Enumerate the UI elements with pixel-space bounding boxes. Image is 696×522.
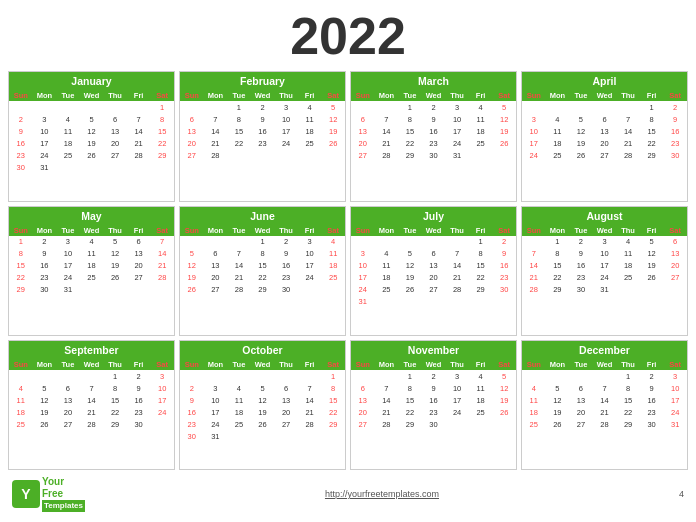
days-grid: 0000012345678910111213141516171819202122… (351, 236, 516, 308)
day-cell: 20 (56, 406, 80, 418)
day-cell: 25 (469, 406, 493, 418)
day-cell: 21 (204, 137, 228, 149)
day-header-sun: Sun (522, 359, 546, 370)
day-cell: 4 (80, 236, 104, 248)
day-cell: 7 (616, 113, 640, 125)
day-cell: 25 (80, 272, 104, 284)
day-cell: 26 (492, 406, 516, 418)
day-cell: 14 (375, 394, 399, 406)
month-title-february: February (180, 72, 345, 90)
day-cell: 11 (522, 394, 546, 406)
logo-your: Your (42, 476, 85, 488)
day-cell: 15 (640, 125, 664, 137)
day-cell: 13 (274, 394, 298, 406)
day-cell: 21 (445, 272, 469, 284)
day-header-tue: Tue (56, 359, 80, 370)
day-cell: 30 (422, 418, 446, 430)
day-cell: 20 (274, 406, 298, 418)
day-cell: 10 (445, 113, 469, 125)
day-header-thu: Thu (103, 90, 127, 101)
day-cell: 12 (180, 260, 204, 272)
day-cell: 21 (227, 272, 251, 284)
day-cell: 5 (492, 370, 516, 382)
day-cell: 24 (298, 272, 322, 284)
day-cell: 7 (204, 113, 228, 125)
day-cell: 15 (398, 125, 422, 137)
day-cell: 8 (9, 248, 33, 260)
day-header-sun: Sun (522, 225, 546, 236)
day-cell: 2 (127, 370, 151, 382)
day-cell: 24 (56, 272, 80, 284)
day-header-mon: Mon (546, 90, 570, 101)
month-may: MaySunMonTueWedThuFriSat1234567891011121… (8, 206, 175, 336)
day-cell: 23 (127, 406, 151, 418)
day-cell: 13 (180, 125, 204, 137)
day-cell: 4 (616, 236, 640, 248)
day-cell: 11 (321, 248, 345, 260)
day-cell: 1 (398, 370, 422, 382)
day-headers-row: SunMonTueWedThuFriSat (351, 359, 516, 370)
day-cell: 5 (492, 101, 516, 113)
day-cell: 4 (469, 370, 493, 382)
day-cell: 8 (546, 248, 570, 260)
day-cell: 31 (56, 284, 80, 296)
footer-url[interactable]: http://yourfreetemplates.com (325, 489, 439, 499)
day-cell: 23 (274, 272, 298, 284)
logo-icon: Y (12, 480, 40, 508)
day-cell: 15 (251, 260, 275, 272)
day-cell: 31 (33, 161, 57, 173)
month-title-july: July (351, 207, 516, 225)
day-cell: 19 (398, 272, 422, 284)
day-cell: 26 (492, 137, 516, 149)
day-cell: 30 (663, 149, 687, 161)
day-cell: 20 (569, 406, 593, 418)
logo-templates: Templates (42, 500, 85, 512)
day-cell: 17 (522, 137, 546, 149)
day-cell: 4 (546, 113, 570, 125)
day-header-thu: Thu (616, 225, 640, 236)
day-cell: 19 (492, 394, 516, 406)
day-cell: 18 (321, 260, 345, 272)
day-cell: 9 (274, 248, 298, 260)
calendar-page: 2022 JanuarySunMonTueWedThuFriSat0000001… (0, 0, 696, 522)
month-october: OctoberSunMonTueWedThuFriSat000000123456… (179, 340, 346, 470)
days-grid: 0000123456789101112131415161718192021222… (9, 370, 174, 430)
day-cell: 3 (593, 236, 617, 248)
day-cell: 30 (180, 430, 204, 442)
day-cell: 30 (274, 284, 298, 296)
day-cell: 18 (469, 125, 493, 137)
day-cell: 24 (445, 137, 469, 149)
day-cell: 26 (398, 284, 422, 296)
day-header-mon: Mon (546, 225, 570, 236)
day-cell: 4 (321, 236, 345, 248)
day-cell: 16 (422, 125, 446, 137)
day-cell: 3 (522, 113, 546, 125)
day-cell: 11 (469, 382, 493, 394)
day-cell: 8 (398, 382, 422, 394)
day-cell: 13 (351, 125, 375, 137)
day-cell: 14 (616, 125, 640, 137)
day-cell: 17 (274, 125, 298, 137)
day-cell: 1 (227, 101, 251, 113)
day-cell: 23 (180, 418, 204, 430)
day-cell: 31 (593, 284, 617, 296)
day-cell: 28 (204, 149, 228, 161)
day-cell: 27 (663, 272, 687, 284)
day-cell: 20 (204, 272, 228, 284)
day-headers-row: SunMonTueWedThuFriSat (351, 225, 516, 236)
day-header-wed: Wed (593, 359, 617, 370)
day-cell: 28 (80, 418, 104, 430)
day-cell: 8 (640, 113, 664, 125)
day-cell: 3 (204, 382, 228, 394)
day-cell: 27 (422, 284, 446, 296)
day-cell: 11 (616, 248, 640, 260)
day-cell: 21 (127, 137, 151, 149)
day-cell: 12 (33, 394, 57, 406)
day-cell: 6 (180, 113, 204, 125)
day-cell: 4 (522, 382, 546, 394)
day-cell: 11 (375, 260, 399, 272)
day-cell: 30 (492, 284, 516, 296)
day-cell: 23 (33, 272, 57, 284)
day-header-wed: Wed (251, 359, 275, 370)
day-header-mon: Mon (375, 225, 399, 236)
